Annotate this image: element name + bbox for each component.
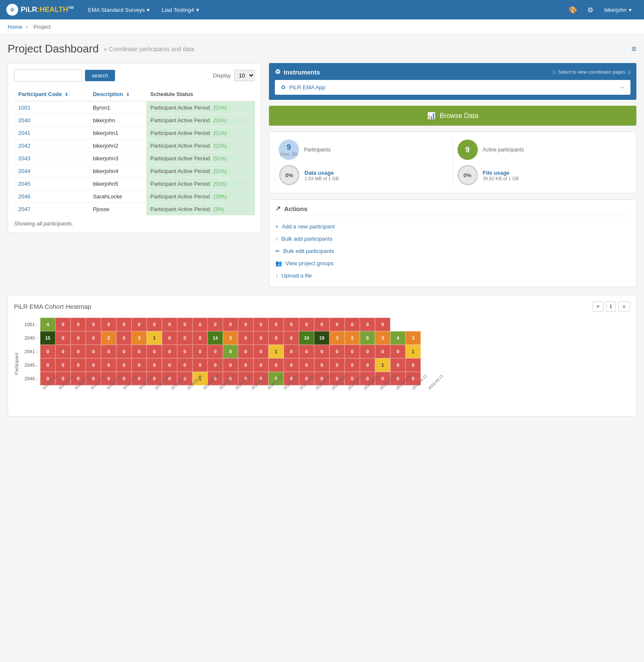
cell-code: 2043 <box>14 152 89 165</box>
heatmap-cell: 0 <box>177 331 192 345</box>
nav-ema-surveys[interactable]: EMA Standard Surveys ▾ <box>82 0 156 19</box>
heatmap-cell: 3 <box>375 331 390 345</box>
heatmap-controls: ≡ ℹ ∧ <box>592 301 630 312</box>
heatmap-y-label: 2040 - <box>22 331 40 345</box>
action-item-1[interactable]: ↑Bulk add participants <box>275 233 630 245</box>
heatmap-cell: 0 <box>345 318 360 331</box>
participant-link[interactable]: 2041 <box>18 130 30 136</box>
heatmap-row: 40000000000000000000000 <box>40 318 442 331</box>
participant-link[interactable]: 2043 <box>18 155 30 162</box>
browse-data-button[interactable]: 📊 Browse Data <box>269 106 636 126</box>
instrument-pilr-ema[interactable]: ♻ PiLR EMA App → <box>275 80 630 95</box>
table-header-row: Participant Code ⇕ Description ⇕ Schedul… <box>14 88 255 101</box>
cell-code: 2047 <box>14 203 89 216</box>
actions-title: Actions <box>284 205 307 212</box>
active-num: 9 <box>465 146 469 154</box>
heatmap-cell: 0 <box>116 358 132 372</box>
search-button[interactable]: search <box>85 70 115 81</box>
heatmap-cell: 0 <box>192 358 208 372</box>
display-select[interactable]: 10 25 50 <box>234 70 255 81</box>
action-item-0[interactable]: +Add a new participant <box>275 220 630 233</box>
heatmap-cell: 0 <box>284 318 299 331</box>
cell-description: bikerjohn2 <box>89 140 146 152</box>
heatmap-cell: 0 <box>208 358 223 372</box>
heatmap-cell: 0 <box>147 358 162 372</box>
col-description[interactable]: Description ⇕ <box>89 88 146 101</box>
heatmap-cell: 0 <box>162 345 177 358</box>
heatmap-y-labels-container: 1001 -2040 -2041 -2045 -2046 - <box>22 318 40 385</box>
page-menu-button[interactable]: ≡ <box>631 44 636 54</box>
participant-link[interactable]: 2040 <box>18 117 30 124</box>
heatmap-menu-button[interactable]: ≡ <box>592 301 603 312</box>
participant-link[interactable]: 2047 <box>18 206 30 212</box>
heatmap-cell: 0 <box>162 358 177 372</box>
heatmap-collapse-button[interactable]: ∧ <box>618 301 630 312</box>
status-pct: (29%) <box>214 194 227 200</box>
action-item-4[interactable]: ↑Upload a file <box>275 269 630 282</box>
file-usage-pct: 0% <box>463 172 471 179</box>
heatmap-cell: 0 <box>132 318 147 331</box>
data-usage-pct: 0% <box>285 172 293 179</box>
breadcrumb-home[interactable]: Home <box>8 24 22 30</box>
heatmap-cell: 1 <box>147 331 162 345</box>
heatmap-cell: 0 <box>71 331 86 345</box>
participant-link[interactable]: 1001 <box>18 104 30 111</box>
heatmap-cell: 15 <box>40 331 55 345</box>
cell-description: bikerjohn3 <box>89 152 146 165</box>
breadcrumb: Home › Project <box>0 19 644 35</box>
action-label-3: View project groups <box>285 260 334 266</box>
nav-ema-dropdown-icon: ▾ <box>147 7 150 13</box>
two-col-layout: search Display 10 25 50 Participant Code <box>8 63 636 287</box>
cell-code: 1001 <box>14 101 89 114</box>
status-pct: (3%) <box>214 206 224 212</box>
logo-pilr: PiLR <box>21 5 37 14</box>
action-label-2: Bulk edit participants <box>283 248 334 254</box>
heatmap-cell: 0 <box>238 358 253 372</box>
user-menu[interactable]: bikerjohn ▾ <box>598 0 638 19</box>
heatmap-cell: 0 <box>55 331 71 345</box>
nav-liad-testing[interactable]: Liad Testing4 ▾ <box>156 0 205 19</box>
heatmap-cell: 0 <box>116 331 132 345</box>
cell-status: Participant Active Period(51%) <box>146 178 255 190</box>
search-input[interactable] <box>14 69 82 82</box>
participant-link[interactable]: 2042 <box>18 143 30 149</box>
table-footer: Showing all participants. <box>14 220 255 227</box>
heatmap-cell: 0 <box>253 318 269 331</box>
palette-button[interactable]: 🎨 <box>564 0 582 19</box>
instrument-arrow-icon: → <box>619 84 625 91</box>
instruments-hint: (↓ Select to view coordinator pages ↓) <box>553 69 630 74</box>
heatmap-cell: 0 <box>223 318 238 331</box>
col-participant-code[interactable]: Participant Code ⇕ <box>14 88 89 101</box>
stats-panel: 9 (max. 30) Participants 9 Active partic… <box>269 132 636 193</box>
heatmap-cell: 0 <box>253 345 269 358</box>
settings-button[interactable]: ⚙ <box>582 0 598 19</box>
action-item-3[interactable]: 👥View project groups <box>275 257 630 269</box>
sort-desc-icon: ⇕ <box>126 92 129 97</box>
status-pct: (51%) <box>214 105 227 111</box>
instrument-name: PiLR EMA App <box>289 84 325 91</box>
heatmap-cell: 0 <box>269 358 284 372</box>
heatmap-cell: 0 <box>116 345 132 358</box>
nav-liad-dropdown-icon: ▾ <box>196 7 199 13</box>
action-item-2[interactable]: ✏Bulk edit participants <box>275 245 630 257</box>
stats-inner: 9 (max. 30) Participants 9 Active partic… <box>274 137 631 188</box>
browse-data-label: Browse Data <box>440 112 479 120</box>
action-icon-0: + <box>275 223 279 230</box>
status-pct: (51%) <box>214 118 227 124</box>
cell-status: Participant Active Period(29%) <box>146 190 255 203</box>
participants-num: 9 <box>287 143 291 152</box>
participant-link[interactable]: 2045 <box>18 181 30 187</box>
heatmap-cell: 0 <box>132 345 147 358</box>
action-label-0: Add a new participant <box>282 223 335 230</box>
table-row: 1001 Byron1 Participant Active Period(51… <box>14 101 255 114</box>
heatmap-cell: 0 <box>284 358 299 372</box>
heatmap-cell: 0 <box>192 345 208 358</box>
participant-link[interactable]: 2046 <box>18 193 30 200</box>
participant-link[interactable]: 2044 <box>18 168 30 174</box>
heatmap-info-button[interactable]: ℹ <box>606 301 616 312</box>
heatmap-container: Participant 1001 -2040 -2041 -2045 -2046… <box>14 318 630 410</box>
logo[interactable]: ① PiLR:HEALTHTM <box>6 4 74 16</box>
heatmap-cell: 0 <box>86 345 101 358</box>
logo-health: :HEALTH <box>37 5 68 14</box>
heatmap-card: PiLR EMA Cohort Heatmap ≡ ℹ ∧ Participan… <box>8 295 636 417</box>
